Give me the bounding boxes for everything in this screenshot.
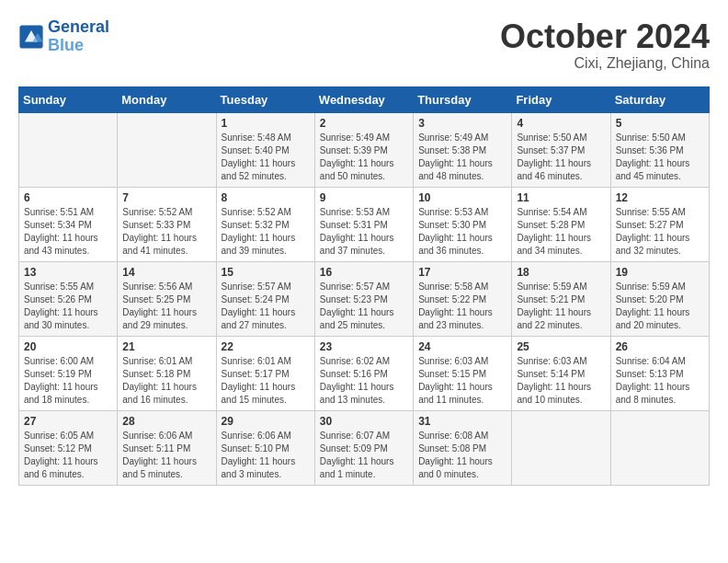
- logo-line1: General: [48, 17, 109, 36]
- calendar-cell: 3Sunrise: 5:49 AM Sunset: 5:38 PM Daylig…: [414, 112, 512, 187]
- calendar-table: SundayMondayTuesdayWednesdayThursdayFrid…: [18, 86, 710, 486]
- day-number: 20: [24, 340, 112, 353]
- day-number: 28: [122, 415, 210, 428]
- cell-content: Sunrise: 5:49 AM Sunset: 5:39 PM Dayligh…: [320, 132, 408, 183]
- calendar-cell: [610, 410, 709, 485]
- calendar-cell: 10Sunrise: 5:53 AM Sunset: 5:30 PM Dayli…: [414, 187, 512, 261]
- day-number: 9: [320, 191, 408, 204]
- calendar-cell: 28Sunrise: 6:06 AM Sunset: 5:11 PM Dayli…: [118, 410, 216, 485]
- calendar-cell: 27Sunrise: 6:05 AM Sunset: 5:12 PM Dayli…: [19, 410, 118, 485]
- month-title: October 2024: [500, 18, 710, 55]
- cell-content: Sunrise: 5:52 AM Sunset: 5:32 PM Dayligh…: [222, 206, 310, 258]
- day-number: 12: [616, 191, 704, 204]
- day-number: 10: [418, 191, 506, 204]
- calendar-cell: [19, 112, 118, 187]
- cell-content: Sunrise: 6:01 AM Sunset: 5:18 PM Dayligh…: [122, 355, 210, 407]
- cell-content: Sunrise: 5:56 AM Sunset: 5:25 PM Dayligh…: [122, 281, 210, 332]
- header-monday: Monday: [118, 86, 216, 112]
- header-saturday: Saturday: [610, 86, 709, 112]
- day-number: 18: [517, 266, 605, 279]
- calendar-cell: 30Sunrise: 6:07 AM Sunset: 5:09 PM Dayli…: [314, 410, 413, 485]
- cell-content: Sunrise: 6:00 AM Sunset: 5:19 PM Dayligh…: [24, 355, 112, 407]
- cell-content: Sunrise: 5:54 AM Sunset: 5:28 PM Dayligh…: [517, 206, 605, 258]
- calendar-cell: [512, 410, 610, 485]
- calendar-cell: 4Sunrise: 5:50 AM Sunset: 5:37 PM Daylig…: [512, 112, 610, 187]
- calendar-cell: 23Sunrise: 6:02 AM Sunset: 5:16 PM Dayli…: [314, 336, 413, 410]
- calendar-cell: 5Sunrise: 5:50 AM Sunset: 5:36 PM Daylig…: [610, 112, 709, 187]
- calendar-cell: 21Sunrise: 6:01 AM Sunset: 5:18 PM Dayli…: [118, 336, 216, 410]
- cell-content: Sunrise: 5:59 AM Sunset: 5:20 PM Dayligh…: [616, 281, 704, 332]
- day-number: 29: [222, 415, 310, 428]
- cell-content: Sunrise: 5:59 AM Sunset: 5:21 PM Dayligh…: [517, 281, 605, 332]
- calendar-header: SundayMondayTuesdayWednesdayThursdayFrid…: [19, 86, 710, 112]
- day-number: 24: [418, 340, 506, 353]
- day-number: 7: [122, 191, 210, 204]
- calendar-cell: 25Sunrise: 6:03 AM Sunset: 5:14 PM Dayli…: [512, 336, 610, 410]
- cell-content: Sunrise: 6:01 AM Sunset: 5:17 PM Dayligh…: [222, 355, 310, 407]
- cell-content: Sunrise: 6:02 AM Sunset: 5:16 PM Dayligh…: [320, 355, 408, 407]
- calendar-cell: 16Sunrise: 5:57 AM Sunset: 5:23 PM Dayli…: [314, 261, 413, 336]
- cell-content: Sunrise: 6:03 AM Sunset: 5:15 PM Dayligh…: [418, 355, 506, 407]
- day-number: 1: [222, 117, 310, 130]
- day-number: 5: [616, 117, 704, 130]
- calendar-cell: [118, 112, 216, 187]
- page-header: General Blue October 2024 Cixi, Zhejiang…: [18, 18, 710, 72]
- cell-content: Sunrise: 5:48 AM Sunset: 5:40 PM Dayligh…: [222, 132, 310, 183]
- calendar-week-4: 20Sunrise: 6:00 AM Sunset: 5:19 PM Dayli…: [19, 336, 710, 410]
- cell-content: Sunrise: 5:58 AM Sunset: 5:22 PM Dayligh…: [418, 281, 506, 332]
- calendar-cell: 31Sunrise: 6:08 AM Sunset: 5:08 PM Dayli…: [414, 410, 512, 485]
- cell-content: Sunrise: 5:50 AM Sunset: 5:36 PM Dayligh…: [616, 132, 704, 183]
- header-wednesday: Wednesday: [314, 86, 413, 112]
- cell-content: Sunrise: 6:08 AM Sunset: 5:08 PM Dayligh…: [418, 430, 506, 481]
- cell-content: Sunrise: 6:05 AM Sunset: 5:12 PM Dayligh…: [24, 430, 112, 481]
- calendar-cell: 26Sunrise: 6:04 AM Sunset: 5:13 PM Dayli…: [610, 336, 709, 410]
- calendar-cell: 13Sunrise: 5:55 AM Sunset: 5:26 PM Dayli…: [19, 261, 118, 336]
- cell-content: Sunrise: 5:55 AM Sunset: 5:27 PM Dayligh…: [616, 206, 704, 258]
- calendar-cell: 18Sunrise: 5:59 AM Sunset: 5:21 PM Dayli…: [512, 261, 610, 336]
- cell-content: Sunrise: 5:57 AM Sunset: 5:23 PM Dayligh…: [320, 281, 408, 332]
- day-number: 14: [122, 266, 210, 279]
- cell-content: Sunrise: 5:53 AM Sunset: 5:31 PM Dayligh…: [320, 206, 408, 258]
- calendar-cell: 9Sunrise: 5:53 AM Sunset: 5:31 PM Daylig…: [314, 187, 413, 261]
- header-sunday: Sunday: [19, 86, 118, 112]
- cell-content: Sunrise: 6:06 AM Sunset: 5:10 PM Dayligh…: [222, 430, 310, 481]
- calendar-cell: 19Sunrise: 5:59 AM Sunset: 5:20 PM Dayli…: [610, 261, 709, 336]
- title-block: October 2024 Cixi, Zhejiang, China: [500, 18, 710, 72]
- calendar-cell: 29Sunrise: 6:06 AM Sunset: 5:10 PM Dayli…: [216, 410, 314, 485]
- day-number: 17: [418, 266, 506, 279]
- calendar-cell: 1Sunrise: 5:48 AM Sunset: 5:40 PM Daylig…: [216, 112, 314, 187]
- calendar-week-5: 27Sunrise: 6:05 AM Sunset: 5:12 PM Dayli…: [19, 410, 710, 485]
- calendar-cell: 11Sunrise: 5:54 AM Sunset: 5:28 PM Dayli…: [512, 187, 610, 261]
- calendar-cell: 24Sunrise: 6:03 AM Sunset: 5:15 PM Dayli…: [414, 336, 512, 410]
- logo: General Blue: [18, 18, 109, 55]
- day-number: 16: [320, 266, 408, 279]
- day-number: 30: [320, 415, 408, 428]
- cell-content: Sunrise: 5:57 AM Sunset: 5:24 PM Dayligh…: [222, 281, 310, 332]
- calendar-cell: 7Sunrise: 5:52 AM Sunset: 5:33 PM Daylig…: [118, 187, 216, 261]
- calendar-cell: 2Sunrise: 5:49 AM Sunset: 5:39 PM Daylig…: [314, 112, 413, 187]
- header-tuesday: Tuesday: [216, 86, 314, 112]
- day-number: 2: [320, 117, 408, 130]
- cell-content: Sunrise: 5:53 AM Sunset: 5:30 PM Dayligh…: [418, 206, 506, 258]
- day-number: 23: [320, 340, 408, 353]
- cell-content: Sunrise: 6:06 AM Sunset: 5:11 PM Dayligh…: [122, 430, 210, 481]
- day-number: 26: [616, 340, 704, 353]
- day-number: 3: [418, 117, 506, 130]
- header-thursday: Thursday: [414, 86, 512, 112]
- calendar-cell: 17Sunrise: 5:58 AM Sunset: 5:22 PM Dayli…: [414, 261, 512, 336]
- cell-content: Sunrise: 6:07 AM Sunset: 5:09 PM Dayligh…: [320, 430, 408, 481]
- logo-icon: [18, 24, 44, 50]
- cell-content: Sunrise: 6:04 AM Sunset: 5:13 PM Dayligh…: [616, 355, 704, 407]
- day-number: 21: [122, 340, 210, 353]
- cell-content: Sunrise: 5:49 AM Sunset: 5:38 PM Dayligh…: [418, 132, 506, 183]
- logo-line2: Blue: [48, 36, 84, 54]
- cell-content: Sunrise: 6:03 AM Sunset: 5:14 PM Dayligh…: [517, 355, 605, 407]
- day-number: 27: [24, 415, 112, 428]
- calendar-cell: 14Sunrise: 5:56 AM Sunset: 5:25 PM Dayli…: [118, 261, 216, 336]
- calendar-week-3: 13Sunrise: 5:55 AM Sunset: 5:26 PM Dayli…: [19, 261, 710, 336]
- day-number: 31: [418, 415, 506, 428]
- day-number: 13: [24, 266, 112, 279]
- day-number: 8: [222, 191, 310, 204]
- calendar-cell: 8Sunrise: 5:52 AM Sunset: 5:32 PM Daylig…: [216, 187, 314, 261]
- day-number: 6: [24, 191, 112, 204]
